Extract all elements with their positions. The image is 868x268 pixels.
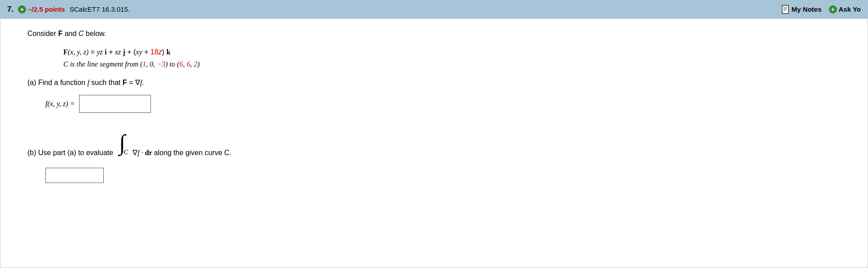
header-bar: 7. + –/2.5 points SCalcET7 16.3.015. My … xyxy=(0,0,868,18)
question-number: 7. xyxy=(7,5,13,14)
intro-text: Consider F and C below. xyxy=(27,30,841,38)
math-block: F(x, y, z) = yz i + xz j + (xy + 18z) k … xyxy=(63,46,841,70)
part-b-label: (b) Use part (a) to evaluate xyxy=(27,149,117,157)
f-label: f(x, y, z) = xyxy=(45,100,75,108)
content-area: Consider F and C below. F(x, y, z) = yz … xyxy=(0,18,868,268)
problem-id: SCalcET7 16.3.015. xyxy=(70,5,130,13)
document-icon xyxy=(782,5,789,14)
ask-yo-label: Ask Yo xyxy=(839,5,861,13)
integral-subscript: C xyxy=(124,148,128,156)
integral-expression: ∇f · dr xyxy=(131,148,152,157)
plus-circle-icon: + xyxy=(18,5,26,13)
part-b-section: (b) Use part (a) to evaluate ∫ C ∇f · dr… xyxy=(27,129,841,183)
points-badge: + –/2.5 points xyxy=(18,5,65,13)
ask-yo-button[interactable]: + Ask Yo xyxy=(829,5,861,13)
part-a-instruction: (a) Find a function f such that F = ∇f. xyxy=(27,78,841,87)
my-notes-button[interactable]: My Notes xyxy=(782,5,822,14)
curve-line: C is the line segment from (1, 0, −3) to… xyxy=(63,58,841,70)
part-a-answer-input[interactable] xyxy=(79,95,151,113)
points-label: –/2.5 points xyxy=(28,5,65,13)
header-right: My Notes + Ask Yo xyxy=(782,5,861,14)
header-left: 7. + –/2.5 points SCalcET7 16.3.015. xyxy=(7,5,130,14)
svg-rect-0 xyxy=(782,5,788,13)
part-b-answer-row xyxy=(27,163,841,183)
vector-field-line: F(x, y, z) = yz i + xz j + (xy + 18z) k xyxy=(63,46,841,58)
part-b-row: (b) Use part (a) to evaluate ∫ C ∇f · dr… xyxy=(27,129,841,157)
integral-symbol-container: ∫ C xyxy=(119,129,128,157)
along-text: along the given curve C. xyxy=(154,149,232,157)
ask-plus-icon: + xyxy=(829,5,837,13)
my-notes-label: My Notes xyxy=(792,5,822,13)
part-a-answer-row: f(x, y, z) = xyxy=(45,95,841,113)
part-b-answer-input[interactable] xyxy=(45,168,104,183)
